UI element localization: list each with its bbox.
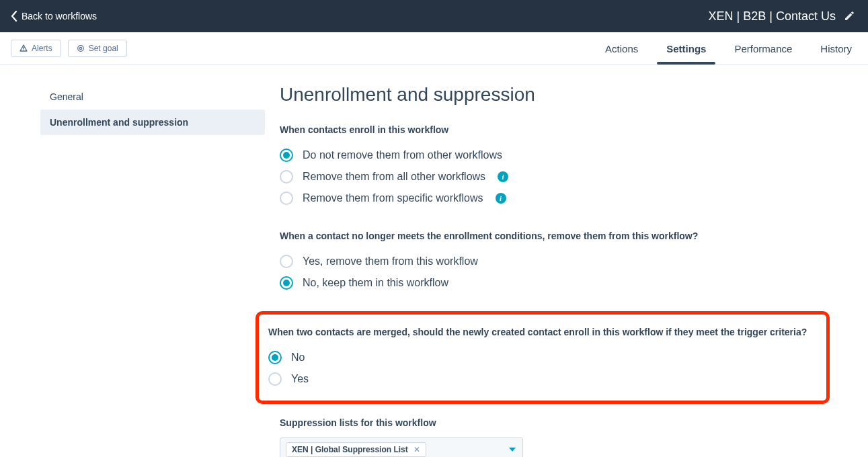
radio-label: Do not remove them from other workflows	[303, 149, 502, 161]
chip-label: XEN | Global Suppression List	[292, 445, 408, 454]
radio-label: Remove them from all other workflows	[303, 171, 485, 183]
sidebar: General Unenrollment and suppression	[40, 84, 265, 457]
merged-option-no[interactable]: No	[268, 347, 816, 368]
merged-label: When two contacts are merged, should the…	[268, 327, 816, 337]
merged-radio-group: No Yes	[268, 347, 816, 390]
sidebar-item-general[interactable]: General	[40, 84, 265, 110]
radio-icon	[280, 276, 293, 290]
top-bar: Back to workflows XEN | B2B | Contact Us	[0, 0, 868, 32]
chip-remove-icon[interactable]: ✕	[413, 445, 420, 454]
radio-icon	[280, 149, 293, 162]
enroll-option-remove-specific[interactable]: Remove them from specific workflows i	[280, 188, 816, 209]
merged-highlight-box: When two contacts are merged, should the…	[255, 311, 830, 404]
page-title: Unenrollment and suppression	[280, 84, 816, 106]
chevron-down-icon	[509, 448, 516, 452]
radio-icon	[280, 192, 293, 205]
tab-settings[interactable]: Settings	[666, 34, 706, 64]
workflow-title: XEN | B2B | Contact Us	[709, 9, 836, 24]
alerts-button[interactable]: Alerts	[11, 40, 61, 57]
nlm-option-yes[interactable]: Yes, remove them from this workflow	[280, 251, 816, 272]
toolbar-left: Alerts Set goal	[11, 40, 127, 57]
no-longer-meets-label: When a contact no longer meets the enrol…	[280, 231, 816, 241]
radio-label: Yes, remove them from this workflow	[303, 255, 478, 267]
suppression-list-select[interactable]: XEN | Global Suppression List ✕	[280, 438, 523, 457]
content: General Unenrollment and suppression Une…	[0, 65, 868, 457]
tabs: Actions Settings Performance History	[605, 34, 852, 64]
set-goal-button[interactable]: Set goal	[68, 40, 127, 57]
suppression-label: Suppression lists for this workflow	[280, 417, 816, 428]
radio-icon	[280, 170, 293, 183]
tab-history[interactable]: History	[820, 34, 852, 64]
alerts-label: Alerts	[32, 44, 52, 53]
svg-point-2	[77, 46, 83, 52]
target-icon	[77, 44, 85, 52]
enroll-option-do-not-remove[interactable]: Do not remove them from other workflows	[280, 144, 816, 166]
merged-option-yes[interactable]: Yes	[268, 368, 816, 390]
info-icon[interactable]: i	[496, 193, 506, 204]
radio-icon	[280, 255, 293, 268]
tab-actions[interactable]: Actions	[605, 34, 638, 64]
back-to-workflows-link[interactable]: Back to workflows	[11, 11, 97, 22]
chevron-left-icon	[11, 11, 17, 22]
pencil-icon[interactable]	[844, 11, 855, 22]
nlm-option-no[interactable]: No, keep them in this workflow	[280, 272, 816, 294]
enroll-radio-group: Do not remove them from other workflows …	[280, 144, 816, 209]
radio-icon	[268, 351, 282, 364]
main: Unenrollment and suppression When contac…	[265, 84, 816, 457]
alert-icon	[19, 44, 28, 52]
radio-label: No	[291, 351, 305, 364]
tab-performance[interactable]: Performance	[734, 34, 792, 64]
toolbar: Alerts Set goal Actions Settings Perform…	[0, 32, 868, 65]
back-label: Back to workflows	[22, 11, 97, 22]
sidebar-item-unenrollment[interactable]: Unenrollment and suppression	[40, 110, 265, 135]
section-no-longer-meets: When a contact no longer meets the enrol…	[280, 231, 816, 294]
section-suppression: Suppression lists for this workflow XEN …	[280, 417, 816, 457]
set-goal-label: Set goal	[89, 44, 118, 53]
radio-label: Yes	[291, 373, 309, 385]
section-enroll: When contacts enroll in this workflow Do…	[280, 124, 816, 209]
enroll-option-remove-all[interactable]: Remove them from all other workflows i	[280, 166, 816, 188]
enroll-label: When contacts enroll in this workflow	[280, 124, 816, 135]
radio-label: Remove them from specific workflows	[303, 192, 483, 204]
info-icon[interactable]: i	[498, 171, 508, 182]
suppression-chip: XEN | Global Suppression List ✕	[286, 442, 426, 457]
svg-point-3	[79, 47, 81, 49]
workflow-title-area: XEN | B2B | Contact Us	[709, 9, 855, 24]
svg-point-1	[23, 50, 24, 50]
radio-icon	[268, 372, 282, 386]
no-longer-meets-radio-group: Yes, remove them from this workflow No, …	[280, 251, 816, 294]
radio-label: No, keep them in this workflow	[303, 277, 448, 289]
